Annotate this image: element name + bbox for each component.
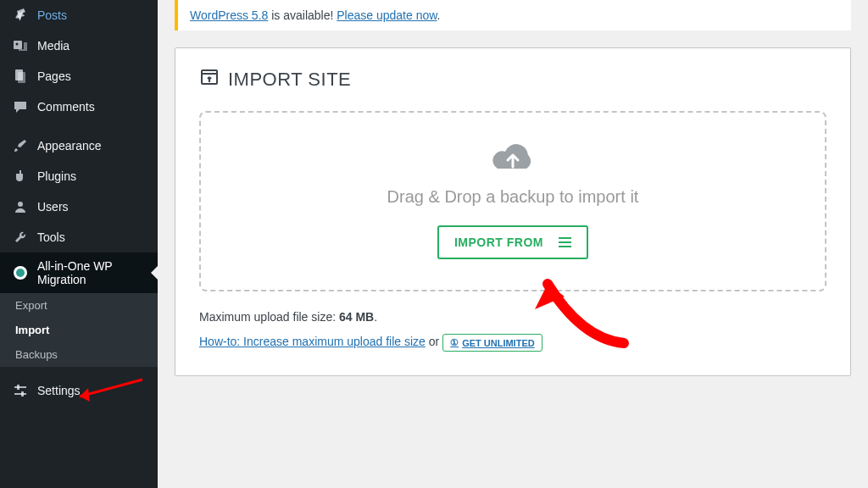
- menu-separator: [0, 367, 158, 375]
- submenu-backups[interactable]: Backups: [0, 342, 158, 367]
- sidebar-label: Appearance: [37, 139, 102, 152]
- sliders-icon: [12, 382, 29, 399]
- notice-text: is available!: [268, 8, 337, 22]
- howto-link[interactable]: How-to: Increase maximum upload file siz…: [199, 335, 426, 348]
- max-upload-label: Maximum upload file size:: [199, 310, 339, 324]
- sidebar-label: Plugins: [37, 169, 76, 183]
- drop-zone[interactable]: Drag & Drop a backup to import it IMPORT…: [199, 111, 826, 291]
- media-icon: [12, 37, 29, 54]
- sidebar-label: Settings: [37, 384, 81, 397]
- plug-icon: [12, 168, 29, 185]
- sidebar-label: Pages: [37, 69, 71, 83]
- sidebar-label: Comments: [37, 100, 95, 114]
- submenu-import[interactable]: Import: [0, 318, 158, 342]
- panel-title-text: IMPORT SITE: [228, 69, 351, 91]
- comment-icon: [12, 98, 29, 115]
- sidebar-label: Posts: [37, 8, 67, 22]
- sidebar-item-users[interactable]: Users: [0, 191, 158, 222]
- submenu-export[interactable]: Export: [0, 293, 158, 318]
- import-from-label: IMPORT FROM: [454, 236, 543, 249]
- sidebar-item-posts[interactable]: Posts: [0, 0, 158, 30]
- svg-rect-3: [18, 72, 25, 83]
- svg-point-1: [16, 43, 19, 46]
- user-icon: [12, 198, 29, 215]
- sidebar-label: Tools: [37, 230, 65, 244]
- import-panel: IMPORT SITE Drag & Drop a backup to impo…: [175, 47, 851, 376]
- sidebar-item-comments[interactable]: Comments: [0, 92, 158, 122]
- sidebar-label: Media: [37, 39, 70, 53]
- brush-icon: [12, 137, 29, 154]
- svg-point-6: [16, 269, 25, 277]
- submenu-migration: Export Import Backups: [0, 293, 158, 367]
- pages-icon: [12, 68, 29, 85]
- wp-version-link[interactable]: WordPress 5.8: [190, 8, 268, 22]
- get-unlimited-button[interactable]: ①GET UNLIMITED: [442, 334, 542, 352]
- sidebar-item-appearance[interactable]: Appearance: [0, 130, 158, 161]
- svg-rect-9: [17, 385, 19, 390]
- update-now-link[interactable]: Please update now: [337, 8, 437, 22]
- pin-icon: [12, 7, 29, 24]
- max-upload-suffix: .: [374, 310, 377, 324]
- migrate-icon: [12, 264, 29, 281]
- max-upload-info: Maximum upload file size: 64 MB.: [199, 310, 826, 324]
- update-notice: WordPress 5.8 is available! Please updat…: [175, 0, 851, 30]
- sidebar-item-migration[interactable]: All-in-One WP Migration: [0, 252, 158, 293]
- sidebar-item-media[interactable]: Media: [0, 30, 158, 61]
- sidebar-item-pages[interactable]: Pages: [0, 61, 158, 92]
- panel-title: IMPORT SITE: [199, 67, 826, 92]
- wrench-icon: [12, 229, 29, 246]
- main-content: WordPress 5.8 is available! Please updat…: [158, 0, 868, 488]
- svg-rect-8: [14, 393, 26, 395]
- unlimited-label: GET UNLIMITED: [462, 338, 535, 348]
- menu-separator: [0, 122, 158, 130]
- howto-row: How-to: Increase maximum upload file siz…: [199, 334, 826, 352]
- max-upload-value: 64 MB: [339, 310, 374, 324]
- drop-text: Drag & Drop a backup to import it: [218, 187, 808, 207]
- sidebar-item-tools[interactable]: Tools: [0, 222, 158, 252]
- svg-rect-7: [14, 386, 26, 388]
- or-text: or: [426, 335, 442, 348]
- sidebar-item-plugins[interactable]: Plugins: [0, 161, 158, 191]
- svg-point-4: [18, 202, 23, 207]
- admin-sidebar: Posts Media Pages Comments Appearance Pl…: [0, 0, 158, 488]
- hamburger-icon: [559, 237, 571, 247]
- sidebar-label: All-in-One WP Migration: [37, 259, 149, 286]
- sidebar-label: Users: [37, 200, 69, 214]
- notice-suffix: .: [437, 8, 441, 22]
- import-site-icon: [199, 67, 220, 92]
- cloud-upload-icon: [487, 138, 538, 175]
- import-from-button[interactable]: IMPORT FROM: [437, 225, 588, 259]
- clock-icon: ①: [450, 337, 459, 348]
- svg-rect-10: [21, 391, 24, 396]
- sidebar-item-settings[interactable]: Settings: [0, 375, 158, 406]
